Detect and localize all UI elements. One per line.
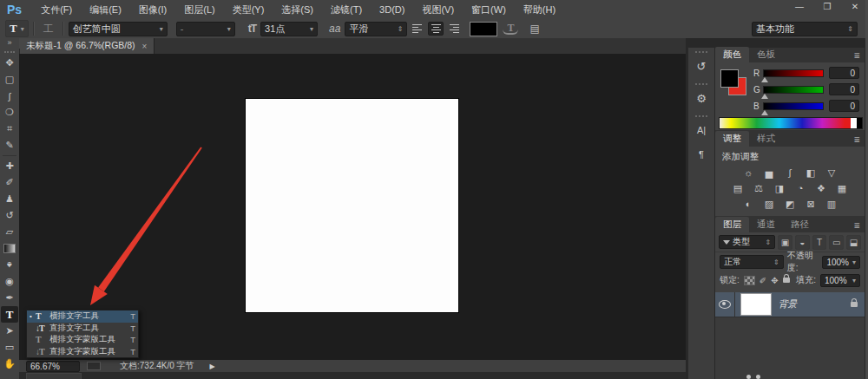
color-lookup-icon[interactable]: ▦: [835, 182, 849, 194]
dock-grip[interactable]: [695, 51, 707, 53]
tab-paths[interactable]: 路径: [783, 217, 817, 232]
channel-mixer-icon[interactable]: ❖: [814, 182, 828, 194]
hue-saturation-icon[interactable]: ▤: [731, 182, 745, 194]
filter-adjustment-layers-icon[interactable]: ◒: [795, 235, 810, 250]
panel-menu-icon[interactable]: ≣: [849, 51, 865, 62]
slider-thumb[interactable]: [761, 77, 768, 82]
tab-adjustments[interactable]: 调整: [715, 131, 749, 147]
foreground-color-swatch[interactable]: [720, 69, 739, 88]
horizontal-type-tool[interactable]: T: [1, 306, 18, 323]
lock-all-icon[interactable]: [783, 278, 790, 283]
threshold-icon[interactable]: ◩: [783, 198, 797, 210]
tab-swatches[interactable]: 色板: [749, 47, 783, 62]
align-center-button[interactable]: [428, 22, 444, 36]
properties-panel-button[interactable]: ⚙: [691, 88, 712, 108]
panel-menu-icon[interactable]: ≣: [849, 135, 865, 147]
eraser-tool[interactable]: ▱: [1, 224, 18, 240]
tool-preset-picker[interactable]: T ▾: [5, 20, 29, 37]
slider-thumb[interactable]: [761, 110, 768, 115]
invert-icon[interactable]: ◐: [741, 198, 755, 210]
dodge-tool[interactable]: ◉: [1, 273, 18, 290]
black-swatch[interactable]: [857, 118, 862, 128]
flyout-item-vertical-type[interactable]: ↓T 直排文字工具 T: [27, 323, 138, 335]
zoom-level-field[interactable]: 66.67%: [26, 361, 80, 372]
tab-color[interactable]: 颜色: [715, 47, 749, 62]
vibrance-icon[interactable]: ▽: [825, 167, 838, 179]
path-selection-tool[interactable]: ➤: [1, 323, 18, 339]
visibility-cell[interactable]: [715, 292, 735, 317]
color-balance-icon[interactable]: ⚖: [752, 182, 766, 194]
toolbar-collapse-chevron[interactable]: »: [0, 38, 19, 49]
menu-item-view[interactable]: 视图(V): [413, 3, 463, 16]
brush-tool[interactable]: ✐: [1, 174, 18, 191]
close-button[interactable]: ✕: [847, 2, 863, 11]
paragraph-panel-button[interactable]: ¶: [691, 144, 712, 165]
anti-alias-select[interactable]: 平滑 ⇕: [345, 22, 407, 36]
document-canvas[interactable]: [246, 99, 458, 312]
blur-tool[interactable]: ♠: [1, 257, 18, 273]
font-size-select[interactable]: 31点 ▾: [260, 22, 318, 36]
photo-filter-icon[interactable]: ◔: [793, 182, 807, 194]
menu-item-image[interactable]: 图像(I): [130, 3, 175, 16]
menu-item-3d[interactable]: 3D(D): [371, 4, 413, 15]
document-tab[interactable]: 未标题-1 @ 66.7%(RGB/8) ×: [19, 38, 155, 54]
filter-type-select[interactable]: 类型 ⇕: [719, 235, 775, 249]
blend-mode-select[interactable]: 正常 ⇕: [720, 255, 784, 269]
filter-type-layers-icon[interactable]: T: [812, 235, 827, 250]
filter-smart-object-icon[interactable]: ⬓: [846, 235, 861, 250]
lock-transparent-pixels-icon[interactable]: [744, 276, 755, 285]
layer-thumbnail[interactable]: [740, 293, 772, 316]
history-panel-button[interactable]: ↺: [691, 56, 712, 76]
selective-color-icon[interactable]: ⊠: [804, 198, 818, 210]
menu-item-filter[interactable]: 滤镜(T): [322, 3, 371, 16]
green-value-field[interactable]: 0: [829, 83, 859, 95]
opacity-field[interactable]: 100% ▾: [822, 256, 860, 269]
brightness-contrast-icon[interactable]: ☼: [741, 167, 755, 179]
eyedropper-tool[interactable]: ✎: [1, 137, 18, 154]
history-brush-tool[interactable]: ↺: [1, 207, 18, 224]
crop-tool[interactable]: ⌗: [1, 121, 18, 137]
red-value-field[interactable]: 0: [829, 67, 859, 79]
move-tool[interactable]: ✥: [1, 55, 18, 71]
gradient-tool[interactable]: [1, 240, 18, 257]
color-spectrum-ramp[interactable]: [719, 117, 863, 129]
green-slider[interactable]: [763, 86, 824, 94]
background-layer-row[interactable]: 背景: [715, 292, 865, 317]
lock-image-pixels-icon[interactable]: ✐: [760, 276, 766, 285]
exposure-icon[interactable]: ◧: [804, 167, 818, 179]
gradient-map-icon[interactable]: ▥: [825, 198, 838, 210]
red-slider[interactable]: [763, 69, 824, 77]
menu-item-type[interactable]: 类型(Y): [224, 3, 273, 16]
posterize-icon[interactable]: ▨: [762, 198, 776, 210]
flyout-item-vertical-type-mask[interactable]: ↓T 直排文字蒙版工具 T: [27, 346, 138, 358]
menu-item-file[interactable]: 文件(F): [32, 3, 81, 16]
font-family-select[interactable]: 创艺简中圆 ▾: [69, 22, 168, 36]
character-panel-button[interactable]: A|: [691, 120, 712, 140]
clone-stamp-tool[interactable]: ♟: [1, 191, 18, 207]
filter-pixel-layers-icon[interactable]: ▣: [778, 235, 792, 250]
text-color-swatch[interactable]: [470, 22, 497, 36]
blue-slider[interactable]: [763, 102, 824, 110]
menu-item-help[interactable]: 帮助(H): [515, 3, 564, 16]
close-tab-icon[interactable]: ×: [142, 42, 148, 51]
dock-grip[interactable]: [695, 83, 707, 85]
tab-layers[interactable]: 图层: [715, 217, 749, 232]
levels-icon[interactable]: ▅: [762, 167, 776, 179]
font-style-select[interactable]: - ▾: [176, 22, 235, 36]
panel-menu-icon[interactable]: ≣: [849, 221, 865, 232]
tab-channels[interactable]: 通道: [749, 217, 783, 232]
warp-text-icon[interactable]: T: [503, 23, 518, 35]
marquee-tool[interactable]: ▢: [1, 71, 18, 88]
toolbar-grip[interactable]: [4, 51, 15, 53]
align-right-button[interactable]: [445, 22, 461, 36]
white-swatch[interactable]: [851, 118, 857, 128]
flyout-item-horizontal-type-mask[interactable]: T 横排文字蒙版工具 T: [27, 334, 138, 346]
tab-styles[interactable]: 样式: [749, 131, 783, 147]
workspace-select[interactable]: 基本功能 ⇕: [752, 22, 858, 36]
lock-position-icon[interactable]: ✥: [771, 276, 778, 285]
menu-item-window[interactable]: 窗口(W): [463, 3, 515, 16]
rectangle-tool[interactable]: ▭: [1, 339, 18, 356]
menu-item-edit[interactable]: 编辑(E): [81, 3, 130, 16]
restore-button[interactable]: ❐: [819, 2, 835, 11]
fill-field[interactable]: 100% ▾: [820, 274, 860, 287]
